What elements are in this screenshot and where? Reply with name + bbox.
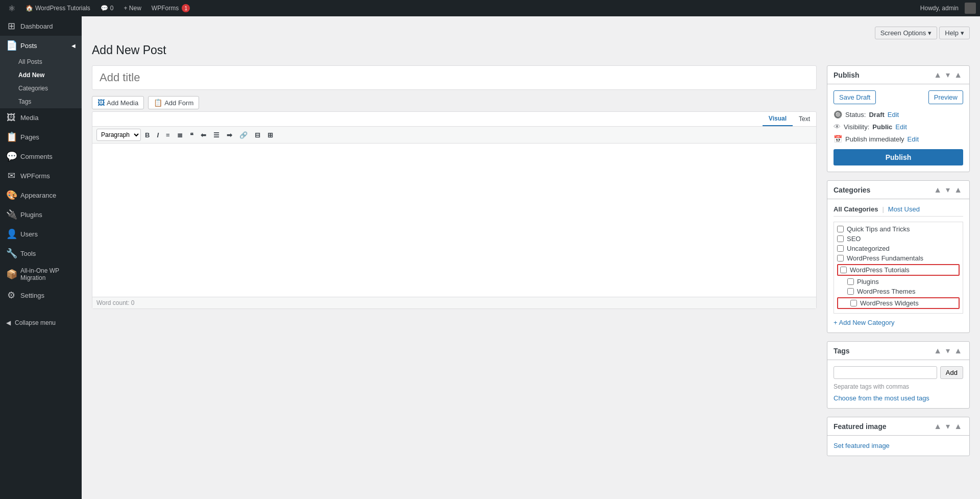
- featured-image-box-header[interactable]: Featured image ▲ ▾ ▲: [827, 417, 969, 436]
- categories-collapse[interactable]: ▲: [933, 185, 943, 195]
- sidebar-item-dashboard[interactable]: ⊞ Dashboard: [0, 16, 82, 36]
- tags-close[interactable]: ▲: [953, 346, 963, 355]
- publish-box-header[interactable]: Publish ▲ ▾ ▲: [827, 66, 969, 84]
- toolbar-toggle-button[interactable]: ⊞: [264, 129, 276, 141]
- help-button[interactable]: Help ▾: [939, 27, 970, 39]
- sidebar-item-media[interactable]: 🖼 Media: [0, 108, 82, 127]
- categories-box-header[interactable]: Categories ▲ ▾ ▲: [827, 181, 969, 199]
- plugins-icon: 🔌: [6, 209, 16, 220]
- screen-options-button[interactable]: Screen Options ▾: [875, 27, 938, 39]
- cat-checkbox-wp-themes[interactable]: [847, 288, 854, 295]
- align-left-button[interactable]: ⬅: [198, 129, 209, 141]
- align-center-button[interactable]: ☰: [210, 129, 223, 141]
- set-featured-image-link[interactable]: Set featured image: [834, 442, 890, 449]
- editor-toolbar: Paragraph B I ≡ ≣ ❝ ⬅ ☰ ➡ 🔗 ⊟: [92, 127, 816, 144]
- sidebar-collapse[interactable]: ◀ Collapse menu: [0, 315, 82, 330]
- italic-button[interactable]: I: [154, 129, 162, 141]
- sidebar-item-settings[interactable]: ⚙ Settings: [0, 286, 82, 305]
- wpforms-badge: 1: [182, 4, 190, 12]
- choose-tags-link[interactable]: Choose from the most used tags: [834, 394, 929, 402]
- tab-text[interactable]: Text: [793, 112, 816, 126]
- visibility-value: Public: [872, 123, 892, 131]
- publish-meta: 🔘 Status: Draft Edit 👁 Visibility: Publi…: [834, 110, 963, 143]
- wpforms-icon: ✉: [6, 170, 16, 181]
- admin-avatar[interactable]: [965, 3, 976, 14]
- sidebar-item-plugins[interactable]: 🔌 Plugins: [0, 205, 82, 224]
- most-used-tab[interactable]: Most Used: [888, 205, 920, 213]
- sidebar-item-tools[interactable]: 🔧 Tools: [0, 244, 82, 263]
- publish-button[interactable]: Publish: [834, 149, 963, 165]
- add-media-button[interactable]: 🖼 Add Media: [92, 96, 144, 109]
- sidebar-item-pages[interactable]: 📋 Pages: [0, 127, 82, 147]
- wp-logo-menu[interactable]: ⚛: [4, 0, 19, 16]
- categories-close[interactable]: ▲: [953, 185, 963, 195]
- publish-box-close[interactable]: ▲: [953, 70, 963, 80]
- visibility-edit-link[interactable]: Edit: [895, 123, 906, 131]
- cat-checkbox-wp-widgets[interactable]: [850, 300, 857, 306]
- preview-button[interactable]: Preview: [928, 90, 963, 104]
- tags-input[interactable]: [834, 366, 937, 379]
- add-new-category-link[interactable]: + Add New Category: [834, 319, 895, 326]
- featured-image-box: Featured image ▲ ▾ ▲ Set featured image: [827, 417, 970, 456]
- sidebar-item-users[interactable]: 👤 Users: [0, 224, 82, 244]
- add-tag-button[interactable]: Add: [940, 366, 963, 379]
- sidebar-item-comments[interactable]: 💬 Comments: [0, 147, 82, 166]
- tab-visual[interactable]: Visual: [763, 112, 793, 126]
- new-content-link[interactable]: + New: [120, 0, 145, 16]
- sidebar-item-allinone[interactable]: 📦 All-in-One WP Migration: [0, 263, 82, 286]
- sidebar-item-all-posts[interactable]: All Posts: [0, 55, 82, 68]
- sidebar-item-posts[interactable]: 📄 Posts ◀: [0, 36, 82, 55]
- add-form-button[interactable]: 📋 Add Form: [148, 96, 199, 109]
- publish-box-collapse[interactable]: ▲: [933, 70, 943, 80]
- blockquote-button[interactable]: ❝: [187, 129, 197, 141]
- all-categories-tab[interactable]: All Categories: [834, 205, 878, 213]
- link-button[interactable]: 🔗: [236, 129, 251, 141]
- sidebar-item-categories[interactable]: Categories: [0, 82, 82, 95]
- sidebar: ⊞ Dashboard 📄 Posts ◀ All Posts Add New …: [0, 16, 82, 499]
- wpforms-link[interactable]: WPForms 1: [148, 0, 194, 16]
- sidebar-item-tags[interactable]: Tags: [0, 95, 82, 108]
- cat-checkbox-uncategorized[interactable]: [837, 245, 844, 252]
- paragraph-select[interactable]: Paragraph: [96, 129, 141, 141]
- more-button[interactable]: ⊟: [252, 129, 263, 141]
- sidebar-item-appearance[interactable]: 🎨 Appearance: [0, 185, 82, 205]
- posts-icon: 📄: [6, 40, 16, 51]
- unordered-list-button[interactable]: ≡: [163, 129, 173, 141]
- publish-time-edit-link[interactable]: Edit: [908, 135, 919, 143]
- visibility-icon: 👁: [834, 123, 841, 131]
- status-edit-link[interactable]: Edit: [888, 111, 899, 118]
- bold-button[interactable]: B: [142, 129, 153, 141]
- editor-body[interactable]: [92, 144, 816, 297]
- featured-image-box-controls: ▲ ▾ ▲: [933, 421, 963, 431]
- tags-box-title: Tags: [834, 347, 850, 355]
- align-right-button[interactable]: ➡: [224, 129, 235, 141]
- cat-checkbox-wp-tutorials[interactable]: [840, 267, 847, 273]
- comments-link[interactable]: 💬 0: [96, 0, 118, 16]
- tags-toggle-v[interactable]: ▾: [945, 346, 951, 355]
- tags-box-header[interactable]: Tags ▲ ▾ ▲: [827, 342, 969, 360]
- featured-image-close[interactable]: ▲: [953, 422, 963, 431]
- status-label: Status:: [845, 111, 866, 118]
- cat-checkbox-quick-tips[interactable]: [837, 226, 844, 232]
- cat-checkbox-seo[interactable]: [837, 235, 844, 242]
- cat-checkbox-wp-fundamentals[interactable]: [837, 255, 844, 262]
- post-title-input[interactable]: [92, 65, 817, 90]
- cat-item-plugins: Plugins: [837, 278, 960, 286]
- home-icon: 🏠: [26, 5, 33, 12]
- publish-box-toggle-v[interactable]: ▾: [945, 70, 951, 80]
- sidebar-item-add-new[interactable]: Add New: [0, 68, 82, 82]
- add-form-icon: 📋: [154, 99, 162, 107]
- featured-image-box-title: Featured image: [834, 422, 886, 431]
- featured-image-collapse[interactable]: ▲: [933, 422, 943, 431]
- tags-collapse[interactable]: ▲: [933, 346, 943, 355]
- tags-box: Tags ▲ ▾ ▲ Add Sepa: [827, 341, 970, 409]
- cat-checkbox-plugins[interactable]: [847, 278, 854, 285]
- site-name-link[interactable]: 🏠 WordPress Tutorials: [21, 0, 94, 16]
- featured-image-toggle-v[interactable]: ▾: [945, 421, 951, 431]
- help-arrow-icon: ▾: [961, 29, 964, 37]
- collapse-icon: ◀: [6, 319, 11, 326]
- sidebar-item-wpforms[interactable]: ✉ WPForms: [0, 166, 82, 185]
- ordered-list-button[interactable]: ≣: [174, 129, 186, 141]
- categories-toggle-v[interactable]: ▾: [945, 185, 951, 195]
- save-draft-button[interactable]: Save Draft: [834, 90, 876, 104]
